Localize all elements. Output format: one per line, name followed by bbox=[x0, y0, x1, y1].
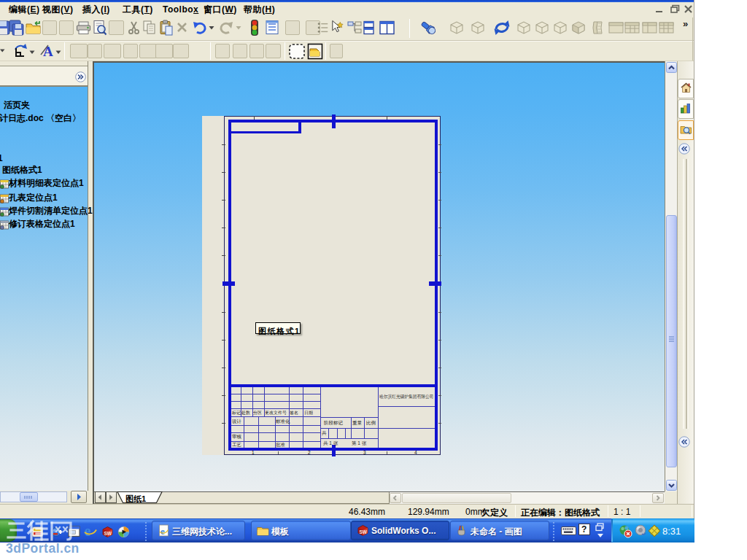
svg-text:A: A bbox=[43, 44, 53, 59]
svg-text:e: e bbox=[85, 523, 91, 539]
svg-text:SW: SW bbox=[359, 529, 367, 534]
svg-text:e: e bbox=[160, 526, 165, 537]
svg-text:SW: SW bbox=[104, 531, 112, 536]
